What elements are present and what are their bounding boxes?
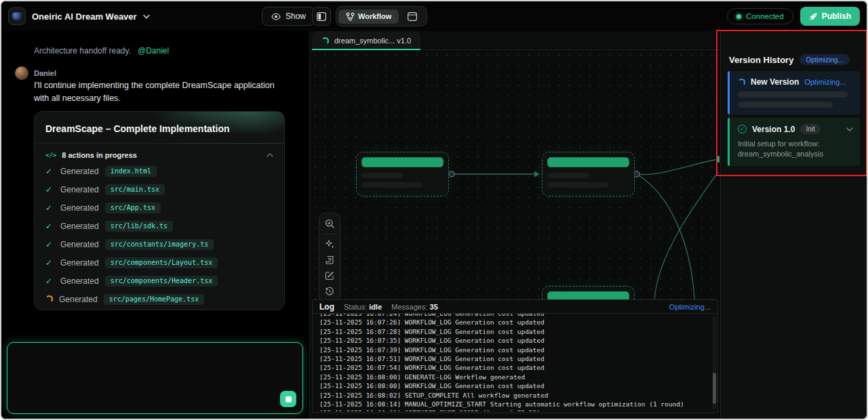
version-item-new[interactable]: New Version Optimizing... bbox=[728, 71, 860, 114]
version-item-1-0[interactable]: ✓ Version 1.0 Init Initial setup for wor… bbox=[728, 118, 860, 166]
workflow-node-1[interactable] bbox=[356, 152, 449, 196]
show-button[interactable]: Show bbox=[262, 7, 315, 26]
version-skeleton-line bbox=[738, 91, 848, 98]
edit-button[interactable] bbox=[321, 268, 338, 283]
file-chip[interactable]: src/lib/sdk.ts bbox=[105, 221, 173, 232]
check-icon: ✓ bbox=[45, 167, 54, 176]
file-chip[interactable]: src/main.tsx bbox=[105, 184, 165, 195]
window-icon bbox=[408, 12, 417, 21]
project-menu[interactable]: Oneiric AI Dream Weaver bbox=[8, 7, 150, 25]
version-history-header: Version History Optimizing... bbox=[728, 54, 860, 65]
system-note: Architecture handoff ready. bbox=[34, 46, 131, 56]
check-circle-icon: ✓ bbox=[738, 125, 747, 133]
chat-panel: Architecture handoff ready.@Daniel Danie… bbox=[1, 31, 310, 419]
version-name: New Version bbox=[751, 77, 799, 87]
check-icon: ✓ bbox=[45, 222, 54, 231]
history-icon bbox=[325, 287, 334, 296]
workflow-file-tab[interactable]: dream_symbolic... v1.0 bbox=[312, 31, 420, 50]
publish-label: Publish bbox=[822, 12, 851, 21]
workflow-tab-label: Workflow bbox=[358, 12, 391, 20]
log-line: [25-11-2025 16:07:35] WORKFLOW_LOG Gener… bbox=[319, 336, 711, 345]
toolbar-divider bbox=[322, 234, 337, 234]
app-logo-icon bbox=[8, 7, 26, 25]
workflow-icon bbox=[346, 12, 355, 21]
check-icon: ✓ bbox=[45, 276, 54, 286]
log-line: [25-11-2025 16:07:28] WORKFLOW_LOG Gener… bbox=[319, 327, 711, 336]
log-scrollbar[interactable] bbox=[713, 316, 716, 409]
node-skeleton-line bbox=[361, 182, 422, 188]
card-title: DreamScape – Complete Implementation bbox=[45, 123, 273, 134]
node-skeleton-line bbox=[361, 173, 403, 178]
log-line: [25-11-2025 16:09:01] OPTIMIZE_INIT_SCOR… bbox=[319, 408, 711, 411]
node-header bbox=[547, 157, 629, 167]
file-action-label: Generated bbox=[60, 167, 99, 176]
mention-link[interactable]: @Daniel bbox=[138, 46, 169, 56]
tab-preview[interactable] bbox=[400, 9, 425, 24]
log-title: Log bbox=[319, 302, 334, 312]
card-header: DreamScape – Complete Implementation bbox=[35, 112, 284, 144]
system-message: Architecture handoff ready.@Daniel bbox=[34, 46, 169, 56]
connection-status-badge[interactable]: Connected bbox=[727, 8, 793, 24]
chevron-up-icon bbox=[267, 153, 273, 157]
script-log-button[interactable] bbox=[321, 252, 338, 268]
file-chip[interactable]: index.html bbox=[105, 166, 157, 177]
log-panel: Log Status: idle Messages: 35 Optimizing… bbox=[312, 299, 718, 413]
implementation-card: DreamScape – Complete Implementation </>… bbox=[34, 111, 285, 310]
history-button[interactable] bbox=[321, 283, 338, 299]
file-action-label: Generated bbox=[60, 222, 99, 231]
log-line: [25-11-2025 16:07:39] WORKFLOW_LOG Gener… bbox=[319, 345, 711, 354]
file-chip[interactable]: src/components/Header.tsx bbox=[105, 276, 218, 287]
file-action-label: Generated bbox=[59, 295, 98, 304]
workflow-node-2[interactable] bbox=[542, 152, 635, 196]
file-chip[interactable]: src/components/Layout.tsx bbox=[105, 257, 218, 268]
list-item: ✓ Generated src/constants/imagery.ts bbox=[35, 235, 284, 253]
edge-endpoint-marker bbox=[717, 156, 719, 163]
chat-input[interactable] bbox=[7, 342, 303, 414]
log-scrollbar-thumb[interactable] bbox=[713, 373, 716, 404]
log-line: [25-11-2025 16:08:00] GENERATE-LOG Workf… bbox=[319, 373, 711, 381]
version-skeleton-line bbox=[738, 102, 833, 108]
log-line: [25-11-2025 16:08:00] WORKFLOW_LOG Gener… bbox=[319, 381, 711, 390]
version-status: Optimizing... bbox=[804, 78, 846, 86]
tab-workflow[interactable]: Workflow bbox=[338, 9, 399, 24]
file-action-label: Generated bbox=[60, 240, 99, 249]
file-chip[interactable]: src/constants/imagery.ts bbox=[105, 239, 214, 250]
chevron-down-icon bbox=[143, 14, 150, 19]
log-line: [25-11-2025 16:08:14] MANUAL_OPTIMIZE_ST… bbox=[319, 400, 711, 408]
version-spinner-icon bbox=[738, 79, 745, 86]
workflow-canvas[interactable]: Log Status: idle Messages: 35 Optimizing… bbox=[310, 50, 720, 419]
eye-icon bbox=[271, 13, 281, 20]
node-skeleton-line bbox=[547, 182, 608, 188]
publish-button[interactable]: Publish bbox=[800, 7, 860, 26]
optimizing-badge: Optimizing... bbox=[800, 54, 850, 65]
sidebar-toggle-button[interactable] bbox=[312, 7, 331, 26]
init-tag: Init bbox=[800, 124, 820, 134]
log-line: [25-11-2025 16:07:54] WORKFLOW_LOG Gener… bbox=[319, 363, 711, 372]
chevron-down-icon[interactable] bbox=[846, 127, 853, 131]
list-item: ✓ Generated src/lib/sdk.ts bbox=[35, 217, 284, 235]
list-item: ✓ Generated src/App.tsx bbox=[35, 198, 284, 217]
ai-assist-button[interactable] bbox=[321, 236, 338, 252]
file-action-label: Generated bbox=[60, 276, 99, 286]
list-item: ✓ Generated index.html bbox=[35, 162, 284, 180]
version-history-panel: Version History Optimizing... New Versio… bbox=[720, 31, 867, 419]
list-item: ✓ Generated src/main.tsx bbox=[35, 180, 284, 198]
actions-summary-toggle[interactable]: </> 8 actions in progress bbox=[35, 144, 284, 162]
version-description: Initial setup for workflow: dream_symbol… bbox=[738, 139, 859, 159]
zoom-in-icon bbox=[325, 219, 335, 229]
file-chip[interactable]: src/App.tsx bbox=[105, 203, 161, 213]
log-optimizing-status: Optimizing... bbox=[669, 303, 711, 311]
sidebar-panel-icon bbox=[317, 12, 326, 21]
log-messages: Messages: 35 bbox=[391, 303, 438, 311]
log-lines[interactable]: [25-11-2025 16:07:24] WORKFLOW_LOG Gener… bbox=[313, 314, 717, 411]
check-icon: ✓ bbox=[45, 258, 54, 268]
log-line: [25-11-2025 16:08:02] SETUP_COMPLETE All… bbox=[319, 391, 711, 400]
canvas-toolbar bbox=[319, 213, 340, 302]
list-item: ✓ Generated src/components/Header.tsx bbox=[35, 272, 284, 290]
stop-button[interactable] bbox=[280, 391, 296, 407]
rocket-icon bbox=[809, 12, 818, 21]
file-chip[interactable]: src/pages/HomePage.tsx bbox=[104, 294, 204, 305]
log-line: [25-11-2025 16:07:51] WORKFLOW_LOG Gener… bbox=[319, 354, 711, 363]
version-name: Version 1.0 bbox=[752, 125, 795, 134]
zoom-in-button[interactable] bbox=[321, 216, 338, 232]
